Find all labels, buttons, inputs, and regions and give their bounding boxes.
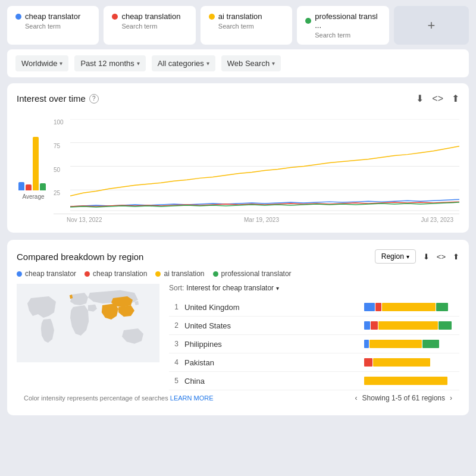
region-panel-title: Compared breakdown by region [17, 252, 143, 262]
next-page-button[interactable]: › [450, 394, 452, 402]
dot-3 [209, 14, 215, 20]
legend-item-1: cheap translator [17, 270, 76, 278]
filter-category[interactable]: All categories [152, 55, 215, 71]
avg-label: Average [22, 193, 44, 200]
legend-dot-3 [155, 271, 161, 277]
rank-bars-5 [364, 376, 459, 386]
region-breakdown-panel: Compared breakdown by region Region ⬇ <>… [7, 240, 469, 415]
rank-row-5: 5 China [169, 372, 459, 390]
panel-actions: ⬇ <> ⬆ [416, 93, 459, 104]
download-icon[interactable]: ⬇ [416, 93, 424, 104]
rank-bars-3 [364, 339, 459, 349]
sort-row: Sort: Interest for cheap translator [169, 284, 459, 292]
average-bars-area: Average [17, 119, 50, 214]
legend-dot-1 [17, 271, 22, 277]
legend-row: cheap translator cheap translation ai tr… [17, 270, 459, 278]
legend-item-3: ai translation [155, 270, 204, 278]
rank-bars-1 [364, 302, 459, 312]
chart-area: Average 100 75 50 25 [17, 110, 459, 214]
term-name-3: ai translation [209, 12, 284, 21]
bar-ph-blue [364, 340, 369, 348]
region-controls: Region ⬇ <> ⬆ [375, 249, 459, 264]
dot-1 [15, 14, 21, 20]
europe [70, 293, 88, 305]
filter-bar: Worldwide Past 12 months All categories … [7, 49, 469, 77]
filter-time[interactable]: Past 12 months [74, 55, 145, 71]
learn-more-link[interactable]: LEARN MORE [170, 394, 214, 402]
ai-translation-line [70, 146, 459, 196]
avg-bar-blue [18, 182, 24, 190]
term-label-3: Search term [218, 23, 284, 30]
filter-location[interactable]: Worldwide [15, 55, 68, 71]
rank-row-1: 1 United Kingdom [169, 298, 459, 317]
search-term-card-1[interactable]: cheap translator Search term [7, 6, 99, 45]
bar-uk-green [436, 303, 448, 311]
rank-row-2: 2 United States [169, 317, 459, 335]
code-icon[interactable]: <> [432, 93, 443, 104]
bar-cn-yellow [364, 377, 447, 385]
region-type-button[interactable]: Region [375, 249, 416, 264]
rank-row-4: 4 Pakistan [169, 353, 459, 372]
footer-text: Color intensity represents percentage of… [24, 394, 214, 402]
interest-over-time-panel: Interest over time ? ⬇ <> ⬆ Average 100 … [7, 83, 469, 233]
legend-dot-2 [84, 271, 90, 277]
rank-bars-2 [364, 321, 459, 330]
term-label-1: Search term [25, 23, 90, 30]
chart-svg [70, 119, 459, 214]
add-term-button[interactable]: + [394, 6, 469, 45]
world-map [17, 284, 159, 390]
bar-ph-green [422, 340, 439, 348]
main-chart: 100 75 50 25 [54, 119, 459, 214]
bar-us-blue [364, 321, 370, 330]
region-share-icon[interactable]: ⬆ [453, 252, 459, 261]
region-header: Compared breakdown by region Region ⬇ <>… [17, 249, 459, 264]
bar-us-yellow [378, 321, 438, 330]
dot-2 [112, 14, 118, 20]
y-axis-labels: 100 75 50 25 [54, 119, 70, 214]
term-name-4: professional transl ... [305, 12, 380, 30]
term-label-4: Search term [315, 32, 380, 39]
bar-uk-blue [364, 303, 375, 311]
term-name-1: cheap translator [15, 12, 90, 21]
legend-dot-4 [213, 271, 218, 277]
filter-search-type[interactable]: Web Search [221, 55, 281, 71]
bar-pk-yellow [373, 358, 430, 367]
term-name-2: cheap translation [112, 12, 187, 21]
avg-bar-green [40, 183, 46, 190]
avg-bar-red [26, 184, 32, 190]
legend-item-2: cheap translation [84, 270, 147, 278]
search-term-card-2[interactable]: cheap translation Search term [104, 6, 195, 45]
prev-page-button[interactable]: ‹ [355, 394, 358, 402]
bar-uk-red [375, 303, 381, 311]
bar-pk-red [364, 358, 372, 367]
panel-footer: Color intensity represents percentage of… [17, 390, 459, 406]
chart-svg-wrap [70, 119, 459, 214]
x-axis-labels: Nov 13, 2022 Mar 19, 2023 Jul 23, 2023 [67, 217, 459, 223]
pagination: ‹ Showing 1-5 of 61 regions › [355, 394, 452, 402]
search-term-card-4[interactable]: professional transl ... Search term [297, 6, 389, 45]
china [111, 296, 133, 307]
avg-bar-yellow [33, 137, 39, 190]
sort-value[interactable]: Interest for cheap translator [186, 284, 279, 292]
dot-4 [305, 18, 311, 24]
top-bar: cheap translator Search term cheap trans… [0, 0, 476, 49]
region-code-icon[interactable]: <> [437, 252, 446, 261]
avg-bars [18, 119, 48, 190]
bar-uk-yellow [382, 303, 436, 311]
legend-item-4: professional translator [213, 270, 292, 278]
bar-ph-yellow [369, 340, 422, 348]
rankings-section: Sort: Interest for cheap translator 1 Un… [169, 284, 459, 390]
bar-us-green [439, 321, 452, 330]
help-icon[interactable]: ? [89, 94, 99, 104]
term-label-2: Search term [121, 23, 187, 30]
share-icon[interactable]: ⬆ [452, 93, 459, 104]
region-download-icon[interactable]: ⬇ [423, 252, 430, 261]
region-content: Sort: Interest for cheap translator 1 Un… [17, 284, 459, 390]
panel-header: Interest over time ? ⬇ <> ⬆ [17, 93, 459, 104]
search-term-card-3[interactable]: ai translation Search term [201, 6, 292, 45]
panel-title: Interest over time ? [17, 93, 99, 104]
map-svg [17, 284, 159, 362]
rank-bars-4 [364, 358, 459, 367]
bar-us-red [371, 321, 378, 330]
rank-row-3: 3 Philippines [169, 335, 459, 353]
